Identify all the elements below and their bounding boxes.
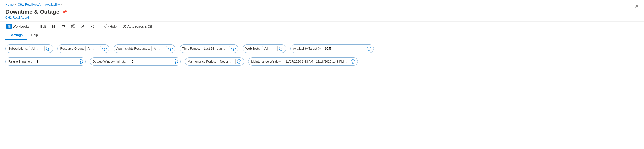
page-title: Downtime & Outage — [5, 9, 59, 15]
subscriptions-info-icon[interactable]: i — [46, 47, 50, 51]
edit-label: Edit — [40, 25, 46, 28]
resource-group-value: All — [88, 47, 91, 50]
breadcrumb-chevron-2: | — [43, 3, 44, 6]
toolbar-divider — [100, 24, 100, 29]
failure-threshold-info-icon[interactable]: i — [79, 59, 83, 64]
maintenance-period-select[interactable]: Never ⌄ — [218, 59, 236, 64]
subscriptions-value: All — [31, 47, 35, 50]
time-range-chevron: ⌄ — [224, 47, 226, 50]
resource-group-chevron: ⌄ — [92, 47, 94, 50]
subscriptions-label: Subscriptions: — [8, 47, 28, 50]
resource-group-info-icon[interactable]: i — [102, 47, 107, 51]
svg-text:?: ? — [106, 25, 107, 28]
svg-line-5 — [92, 25, 94, 26]
filter-row-2: Failure Threshold: i Outage Window (minu… — [5, 57, 639, 66]
breadcrumb-chevron-1: › — [15, 3, 16, 6]
maintenance-period-chevron: ⌄ — [229, 60, 231, 63]
more-icon[interactable]: ··· — [70, 10, 73, 14]
app-insights-filter: App Insights Resources: All ⌄ i — [114, 44, 175, 53]
web-tests-filter: Web Tests: All ⌄ i — [243, 44, 286, 53]
breadcrumb: Home › CH1-RetailAppAI | Availability › — [0, 0, 644, 8]
tabs-row: Settings Help — [0, 31, 644, 40]
subtitle: CH1-RetailAppAI — [0, 16, 644, 21]
workbooks-icon: ▦ — [6, 24, 12, 29]
maintenance-window-value: 11/17/2020 1:48 AM - 11/18/2020 1:48 PM — [285, 60, 344, 63]
clone-button[interactable] — [70, 24, 76, 29]
web-tests-chevron: ⌄ — [269, 47, 271, 50]
maintenance-period-label: Maintenance Period: — [188, 60, 216, 63]
tab-help[interactable]: Help — [27, 31, 42, 40]
pin-icon[interactable]: 📌 — [62, 10, 67, 14]
help-label: Help — [110, 25, 117, 28]
maintenance-period-info-icon[interactable]: i — [237, 59, 241, 64]
breadcrumb-chevron-3: › — [61, 3, 62, 6]
refresh-icon — [61, 24, 66, 28]
title-row: Downtime & Outage 📌 ··· — [0, 8, 644, 16]
availability-target-filter: Availability Target %: i — [290, 44, 374, 53]
autorefresh-icon — [122, 24, 126, 28]
edit-button[interactable]: Edit — [34, 24, 47, 29]
share-button[interactable] — [90, 24, 96, 29]
web-tests-label: Web Tests: — [245, 47, 261, 50]
time-range-select[interactable]: Last 24 hours ⌄ — [202, 46, 230, 51]
app-insights-chevron: ⌄ — [158, 47, 160, 50]
maintenance-window-chevron: ⌄ — [345, 60, 347, 63]
help-icon: ? — [104, 24, 109, 28]
app-insights-info-icon[interactable]: i — [168, 47, 173, 51]
workbooks-label: Workbooks — [13, 25, 29, 28]
help-button[interactable]: ? Help — [103, 24, 118, 29]
outage-window-info-icon[interactable]: i — [174, 59, 178, 64]
share-icon — [91, 24, 95, 28]
workbooks-button[interactable]: ▦ Workbooks — [5, 23, 30, 29]
pin-toolbar-icon — [81, 24, 85, 28]
content-area: Subscriptions: All ⌄ i Resource Group: A… — [0, 40, 644, 75]
maintenance-period-filter: Maintenance Period: Never ⌄ i — [185, 57, 244, 66]
time-range-value: Last 24 hours — [204, 47, 223, 50]
failure-threshold-input[interactable] — [35, 59, 77, 64]
availability-target-label: Availability Target %: — [293, 47, 321, 50]
maintenance-window-filter: Maintenance Window: 11/17/2020 1:48 AM -… — [248, 57, 358, 66]
breadcrumb-section[interactable]: Availability — [45, 3, 60, 6]
breadcrumb-app[interactable]: CH1-RetailAppAI — [18, 3, 41, 6]
maintenance-period-value: Never — [220, 60, 228, 63]
resource-group-label: Resource Group: — [60, 47, 84, 50]
autorefresh-label: Auto refresh: Off — [127, 25, 152, 28]
failure-threshold-filter: Failure Threshold: i — [5, 57, 86, 66]
time-range-label: Time Range: — [182, 47, 200, 50]
web-tests-select[interactable]: All ⌄ — [262, 46, 278, 51]
availability-target-input[interactable] — [323, 46, 365, 51]
close-button[interactable]: ✕ — [635, 3, 639, 9]
edit-icon — [35, 24, 39, 28]
web-tests-value: All — [264, 47, 268, 50]
app-insights-value: All — [154, 47, 157, 50]
clone-icon — [71, 24, 75, 28]
resource-group-filter: Resource Group: All ⌄ i — [57, 44, 109, 53]
autorefresh-button[interactable]: Auto refresh: Off — [121, 24, 153, 29]
app-insights-select[interactable]: All ⌄ — [151, 46, 167, 51]
outage-window-filter: Outage Window (minut... : i — [90, 57, 181, 66]
time-range-info-icon[interactable]: i — [231, 47, 236, 51]
filter-row-1: Subscriptions: All ⌄ i Resource Group: A… — [5, 44, 639, 53]
outage-window-label: Outage Window (minut... : — [93, 60, 128, 63]
save-button[interactable] — [51, 24, 57, 29]
svg-line-6 — [92, 26, 94, 28]
toolbar: ▦ Workbooks Edit ? Help Auto refresh — [0, 21, 644, 31]
maintenance-window-label: Maintenance Window: — [251, 60, 281, 63]
tab-settings[interactable]: Settings — [5, 31, 27, 40]
subscriptions-filter: Subscriptions: All ⌄ i — [5, 44, 53, 53]
pin-toolbar-button[interactable] — [80, 24, 86, 29]
breadcrumb-home[interactable]: Home — [5, 3, 14, 6]
availability-target-info-icon[interactable]: i — [367, 47, 371, 51]
refresh-button[interactable] — [60, 24, 67, 29]
outage-window-input[interactable] — [130, 59, 172, 64]
subscriptions-select[interactable]: All ⌄ — [29, 46, 45, 51]
resource-group-select[interactable]: All ⌄ — [85, 46, 101, 51]
maintenance-window-select[interactable]: 11/17/2020 1:48 AM - 11/18/2020 1:48 PM … — [283, 59, 349, 64]
subscriptions-chevron: ⌄ — [36, 47, 38, 50]
app-insights-label: App Insights Resources: — [116, 47, 150, 50]
maintenance-window-info-icon[interactable]: i — [351, 59, 355, 64]
failure-threshold-label: Failure Threshold: — [8, 60, 33, 63]
web-tests-info-icon[interactable]: i — [279, 47, 283, 51]
save-icon — [52, 24, 56, 28]
time-range-filter: Time Range: Last 24 hours ⌄ i — [180, 44, 238, 53]
